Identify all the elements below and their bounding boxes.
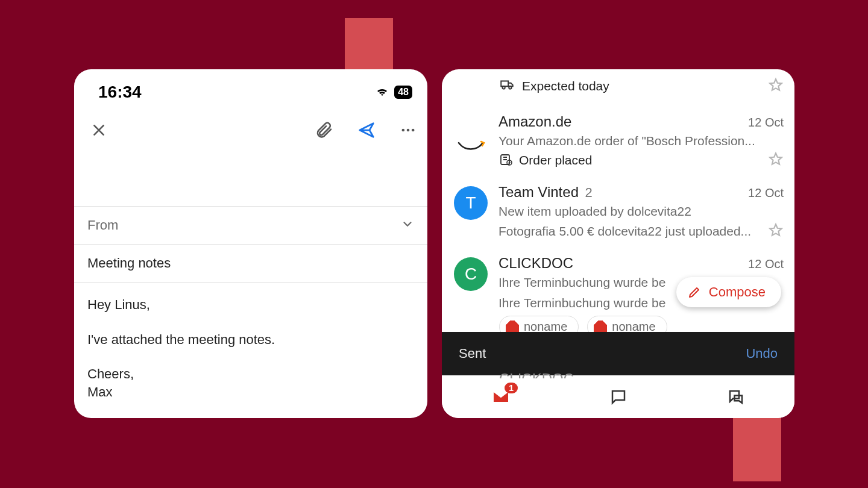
mail-date: 12 Oct [748, 257, 784, 271]
avatar: T [454, 186, 488, 220]
close-button[interactable] [91, 122, 107, 138]
amazon-logo-icon [454, 116, 488, 177]
sender-name: CLICKDOC [498, 255, 573, 272]
snackbar-text: Sent [459, 346, 486, 361]
status-bar: 16:34 48 [74, 69, 427, 105]
mail-snippet: Your Amazon.de order of "Bosch Professio… [498, 132, 784, 150]
from-row[interactable]: From [74, 206, 427, 244]
chevron-down-icon [401, 217, 414, 233]
nav-spaces[interactable] [727, 388, 745, 408]
sender-name: Team Vinted [498, 184, 579, 200]
body-name: Max [87, 384, 113, 399]
first-item-meta: Expected today [442, 69, 794, 106]
mail-date: 12 Oct [748, 116, 784, 130]
thread-count: 2 [585, 185, 592, 200]
more-button[interactable] [400, 122, 417, 139]
inbox-screen: Expected today Amazon.de 12 Oct Your Ama… [442, 69, 794, 418]
body-text: I've attached the meeting notes. [87, 331, 414, 349]
svg-point-2 [412, 129, 415, 132]
nav-chat[interactable] [609, 388, 627, 408]
mail-date: 12 Oct [748, 186, 784, 200]
send-icon [357, 121, 376, 139]
order-status-text: Order placed [519, 153, 592, 167]
compose-toolbar [74, 105, 427, 158]
chat-icon [609, 388, 627, 406]
star-button[interactable] [768, 151, 784, 169]
bottom-nav: 1 [442, 378, 794, 418]
from-label: From [87, 217, 118, 233]
wifi-icon [375, 84, 389, 101]
sender-name: Amazon.de [498, 113, 571, 130]
close-icon [91, 122, 107, 138]
nav-mail[interactable]: 1 [491, 387, 511, 409]
mail-item-amazon[interactable]: Amazon.de 12 Oct Your Amazon.de order of… [442, 106, 794, 177]
pencil-icon [687, 285, 702, 299]
send-button[interactable] [357, 121, 376, 139]
compose-button[interactable]: Compose [676, 277, 781, 307]
truck-icon [499, 77, 515, 95]
more-icon [400, 122, 417, 139]
avatar: C [454, 257, 488, 291]
compose-screen: 16:34 48 From M [74, 69, 427, 418]
status-indicators: 48 [375, 84, 412, 101]
status-time: 16:34 [98, 83, 142, 102]
snackbar: Sent Undo [442, 332, 794, 375]
svg-point-4 [509, 86, 511, 89]
order-icon [498, 152, 513, 169]
subject-text: Meeting notes [87, 255, 171, 271]
battery-level: 48 [394, 86, 412, 99]
svg-point-3 [502, 86, 505, 89]
paperclip-icon [314, 120, 333, 140]
expected-today-text: Expected today [522, 79, 609, 93]
mail-item-vinted[interactable]: T Team Vinted 2 12 Oct New item uploaded… [442, 177, 794, 248]
body-signoff: Cheers, [87, 366, 134, 381]
svg-point-0 [402, 129, 405, 132]
star-button[interactable] [768, 77, 784, 95]
mail-snippet: Fotografia 5.00 € dolcevita22 just uploa… [498, 222, 751, 240]
subject-row[interactable]: Meeting notes [74, 244, 427, 282]
spaces-icon [727, 388, 745, 406]
mail-badge: 1 [505, 383, 518, 393]
attach-button[interactable] [314, 120, 333, 140]
compose-body[interactable]: Hey Linus, I've attached the meeting not… [74, 282, 427, 401]
undo-button[interactable]: Undo [746, 346, 778, 361]
star-button[interactable] [768, 222, 784, 240]
body-greeting: Hey Linus, [87, 296, 414, 314]
svg-point-1 [407, 129, 410, 132]
mail-snippet: New item uploaded by dolcevita22 [498, 202, 784, 221]
